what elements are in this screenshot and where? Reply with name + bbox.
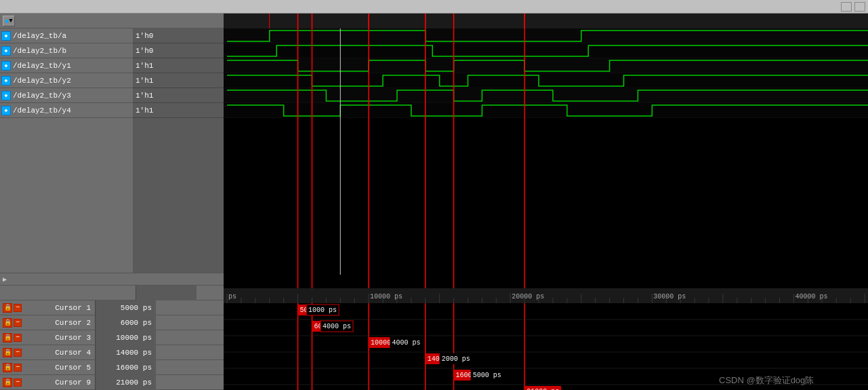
- left-panel: ◆ ▼ ◆/delay2_tb/a◆/delay2_tb/b◆/delay2_t…: [0, 14, 224, 390]
- cursor-icons: 🔒 −: [0, 318, 41, 328]
- cursor-name: Cursor 2: [41, 319, 95, 327]
- lock-icon[interactable]: 🔒: [3, 303, 12, 313]
- wave-canvas[interactable]: [224, 14, 868, 390]
- signal-row[interactable]: ◆/delay2_tb/b: [0, 43, 133, 58]
- signal-value: 1'h1: [133, 88, 224, 103]
- lock-icon[interactable]: 🔒: [3, 318, 12, 328]
- signal-name: /delay2_tb/y2: [13, 77, 131, 85]
- signal-section: ◆ ▼ ◆/delay2_tb/a◆/delay2_tb/b◆/delay2_t…: [0, 14, 224, 273]
- cursor-icons: 🔒 −: [0, 303, 41, 313]
- signal-row[interactable]: ◆/delay2_tb/y4: [0, 103, 133, 118]
- signal-toolbar: ◆ ▼: [0, 14, 133, 28]
- cursor-rows: 🔒 − Cursor 15000 ps 🔒 − Cursor 26000 ps …: [0, 300, 224, 390]
- expand-section: ▶: [0, 273, 224, 286]
- signal-name: /delay2_tb/a: [13, 32, 131, 40]
- lock-icon[interactable]: 🔒: [3, 378, 12, 387]
- signal-name: /delay2_tb/y4: [13, 106, 131, 115]
- close-button[interactable]: [854, 2, 865, 12]
- main-layout: ◆ ▼ ◆/delay2_tb/a◆/delay2_tb/b◆/delay2_t…: [0, 14, 868, 390]
- signal-name: /delay2_tb/y1: [13, 62, 131, 70]
- signal-row[interactable]: ◆/delay2_tb/y2: [0, 73, 133, 88]
- now-row: [0, 286, 224, 300]
- cursor-row: 🔒 − Cursor 15000 ps: [0, 300, 224, 315]
- cursor-remove-icon[interactable]: −: [14, 349, 22, 357]
- signal-icon: ◆: [1, 61, 11, 71]
- signal-row[interactable]: ◆/delay2_tb/a: [0, 28, 133, 43]
- cursor-name: Cursor 4: [41, 349, 95, 357]
- toolbar-dropdown-button[interactable]: ◆ ▼: [3, 16, 15, 26]
- cursor-icons: 🔒 −: [0, 333, 41, 343]
- cursor-value: 5000 ps: [95, 300, 156, 315]
- signal-header: ◆ ▼: [0, 14, 224, 28]
- cursor-value: 16000 ps: [95, 360, 156, 375]
- wave-panel: [224, 14, 868, 390]
- dropdown-arrow-icon: ▼: [9, 18, 12, 24]
- cursor-icons: 🔒 −: [0, 378, 41, 387]
- cursor-name: Cursor 3: [41, 334, 95, 342]
- now-value: [136, 286, 197, 300]
- signal-icon: ◆: [1, 106, 11, 115]
- title-bar: [0, 0, 868, 14]
- signal-name: /delay2_tb/b: [13, 47, 131, 55]
- signal-area: ◆/delay2_tb/a◆/delay2_tb/b◆/delay2_tb/y1…: [0, 28, 224, 273]
- signal-icon: ◆: [1, 31, 11, 41]
- signal-values-column: 1'h01'h01'h11'h11'h11'h1: [133, 28, 224, 273]
- cursor-name: Cursor 5: [41, 364, 95, 372]
- signal-value: 1'h1: [133, 103, 224, 118]
- cursor-row: 🔒 − Cursor 516000 ps: [0, 360, 224, 375]
- cursor-name: Cursor 1: [41, 304, 95, 312]
- cursor-remove-icon[interactable]: −: [14, 304, 22, 312]
- lock-icon[interactable]: 🔒: [3, 363, 12, 372]
- cursor-icons: 🔒 −: [0, 363, 41, 372]
- signal-value: 1'h1: [133, 73, 224, 88]
- signal-row[interactable]: ◆/delay2_tb/y3: [0, 88, 133, 103]
- cursor-value: 21000 ps: [95, 375, 156, 390]
- cursor-row: 🔒 − Cursor 310000 ps: [0, 330, 224, 345]
- cursor-remove-icon[interactable]: −: [14, 319, 22, 327]
- cursor-remove-icon[interactable]: −: [14, 364, 22, 372]
- signal-names-column: ◆/delay2_tb/a◆/delay2_tb/b◆/delay2_tb/y1…: [0, 28, 133, 273]
- cursor-row: 🔒 − Cursor 26000 ps: [0, 315, 224, 330]
- cursor-remove-icon[interactable]: −: [14, 334, 22, 342]
- cursor-row: 🔒 − Cursor 414000 ps: [0, 345, 224, 360]
- cursor-value: 10000 ps: [95, 330, 156, 345]
- cursor-row: 🔒 − Cursor 921000 ps: [0, 375, 224, 390]
- signal-row[interactable]: ◆/delay2_tb/y1: [0, 58, 133, 73]
- title-bar-right: [841, 2, 865, 12]
- signal-value: 1'h0: [133, 28, 224, 43]
- signal-value: 1'h1: [133, 58, 224, 73]
- signal-icon: ◆: [1, 91, 11, 100]
- signal-value: 1'h0: [133, 43, 224, 58]
- signal-name: /delay2_tb/y3: [13, 92, 131, 100]
- signal-icon: ◆: [1, 76, 11, 85]
- signal-icon: ◆: [1, 46, 11, 56]
- cursor-name: Cursor 9: [41, 378, 95, 387]
- cursor-remove-icon[interactable]: −: [14, 378, 22, 387]
- cursor-list-panel: 🔒 − Cursor 15000 ps 🔒 − Cursor 26000 ps …: [0, 286, 224, 390]
- add-tab-button[interactable]: [841, 2, 852, 12]
- cursor-value: 14000 ps: [95, 345, 156, 360]
- cursor-icons: 🔒 −: [0, 348, 41, 357]
- lock-icon[interactable]: 🔒: [3, 333, 12, 343]
- lock-icon[interactable]: 🔒: [3, 348, 12, 357]
- cursor-value: 6000 ps: [95, 315, 156, 330]
- expand-arrow-icon[interactable]: ▶: [3, 275, 7, 284]
